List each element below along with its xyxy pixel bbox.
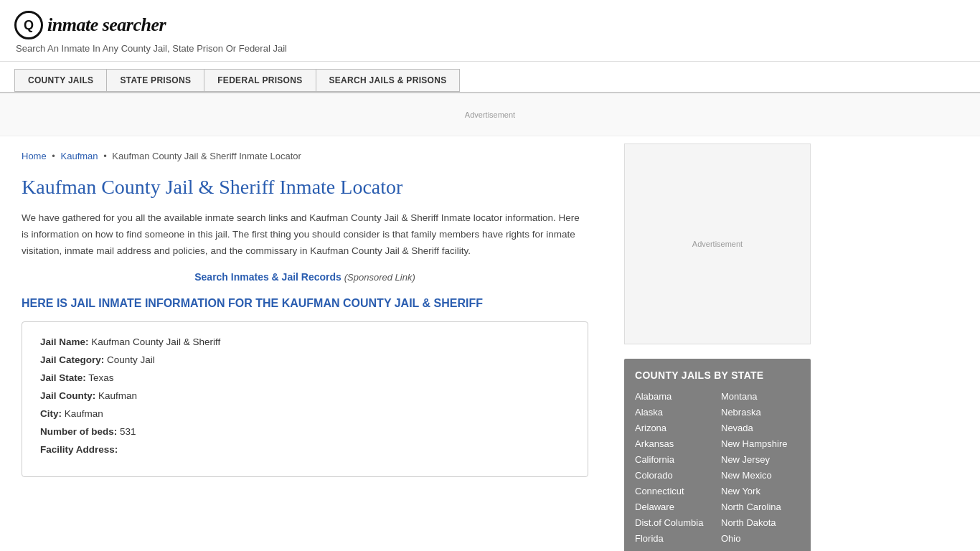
info-card: Jail Name: Kaufman County Jail & Sheriff… bbox=[22, 321, 588, 477]
nav-bar: COUNTY JAILS STATE PRISONS FEDERAL PRISO… bbox=[0, 62, 980, 93]
tagline: Search An Inmate In Any County Jail, Sta… bbox=[16, 43, 966, 54]
top-ad-banner: Advertisement bbox=[0, 93, 980, 136]
state-link-new-jersey[interactable]: New Jersey bbox=[721, 453, 800, 466]
label-jail-name: Jail Name: bbox=[40, 336, 89, 347]
nav-county-jails[interactable]: COUNTY JAILS bbox=[14, 69, 106, 92]
label-address: Facility Address: bbox=[40, 444, 118, 455]
state-link-georgia[interactable]: Georgia bbox=[635, 547, 714, 551]
value-beds: 531 bbox=[120, 426, 136, 437]
logo-area: Q inmate searcher bbox=[14, 11, 966, 39]
sidebar-ad: Advertisement bbox=[624, 143, 811, 344]
value-city: Kaufman bbox=[65, 408, 103, 419]
header: Q inmate searcher Search An Inmate In An… bbox=[0, 0, 980, 62]
breadcrumb-parent[interactable]: Kaufman bbox=[61, 151, 98, 161]
state-link-new-york[interactable]: New York bbox=[721, 484, 800, 498]
sidebar: Advertisement COUNTY JAILS BY STATE Alab… bbox=[610, 136, 825, 551]
logo-icon: Q bbox=[14, 11, 43, 39]
page-description: We have gathered for you all the availab… bbox=[22, 210, 588, 260]
nav-state-prisons[interactable]: STATE PRISONS bbox=[106, 69, 204, 92]
breadcrumb: Home • Kaufman • Kaufman County Jail & S… bbox=[22, 151, 588, 161]
state-link-california[interactable]: California bbox=[635, 453, 714, 466]
state-link-nevada[interactable]: Nevada bbox=[721, 421, 800, 435]
state-link-montana[interactable]: Montana bbox=[721, 390, 800, 403]
value-jail-county: Kaufman bbox=[98, 390, 137, 401]
label-jail-county: Jail County: bbox=[40, 390, 95, 401]
state-link-new-mexico[interactable]: New Mexico bbox=[721, 468, 800, 482]
value-jail-name: Kaufman County Jail & Sheriff bbox=[91, 336, 220, 347]
state-box: COUNTY JAILS BY STATE AlabamaAlaskaArizo… bbox=[624, 359, 811, 551]
value-jail-category: County Jail bbox=[107, 354, 155, 365]
breadcrumb-home[interactable]: Home bbox=[22, 151, 47, 161]
info-row-jail-name: Jail Name: Kaufman County Jail & Sheriff bbox=[40, 336, 570, 347]
breadcrumb-sep2: • bbox=[103, 151, 107, 161]
top-ad-label: Advertisement bbox=[465, 110, 515, 119]
state-link-arizona[interactable]: Arizona bbox=[635, 421, 714, 435]
state-link-new-hampshire[interactable]: New Hampshire bbox=[721, 437, 800, 451]
state-col-right: MontanaNebraskaNevadaNew HampshireNew Je… bbox=[721, 390, 800, 551]
state-col-left: AlabamaAlaskaArizonaArkansasCaliforniaCo… bbox=[635, 390, 714, 551]
page-title: Kaufman County Jail & Sheriff Inmate Loc… bbox=[22, 176, 588, 199]
state-box-title: COUNTY JAILS BY STATE bbox=[635, 369, 800, 381]
state-link-north-carolina[interactable]: North Carolina bbox=[721, 500, 800, 514]
info-row-jail-category: Jail Category: County Jail bbox=[40, 354, 570, 365]
main-layout: Home • Kaufman • Kaufman County Jail & S… bbox=[0, 136, 980, 551]
state-link-north-dakota[interactable]: North Dakota bbox=[721, 516, 800, 529]
info-row-jail-county: Jail County: Kaufman bbox=[40, 390, 570, 401]
state-columns: AlabamaAlaskaArizonaArkansasCaliforniaCo… bbox=[635, 390, 800, 551]
info-row-city: City: Kaufman bbox=[40, 408, 570, 419]
logo-text: inmate searcher bbox=[47, 14, 166, 36]
state-link-ohio[interactable]: Ohio bbox=[721, 532, 800, 545]
breadcrumb-sep1: • bbox=[52, 151, 55, 161]
state-link-oklahoma[interactable]: Oklahoma bbox=[721, 547, 800, 551]
label-beds: Number of beds: bbox=[40, 426, 117, 437]
breadcrumb-current: Kaufman County Jail & Sheriff Inmate Loc… bbox=[112, 151, 301, 161]
section-heading: HERE IS JAIL INMATE INFORMATION FOR THE … bbox=[22, 297, 588, 310]
state-link-florida[interactable]: Florida bbox=[635, 532, 714, 545]
content-area: Home • Kaufman • Kaufman County Jail & S… bbox=[0, 136, 610, 551]
info-row-address: Facility Address: bbox=[40, 444, 570, 455]
state-link-dist-of-columbia[interactable]: Dist.of Columbia bbox=[635, 516, 714, 529]
state-link-colorado[interactable]: Colorado bbox=[635, 468, 714, 482]
sponsored-link[interactable]: Search Inmates & Jail Records bbox=[194, 271, 341, 283]
logo-text-inmate: inmate bbox=[47, 14, 98, 35]
label-jail-state: Jail State: bbox=[40, 372, 86, 383]
nav-search-jails[interactable]: SEARCH JAILS & PRISONS bbox=[316, 69, 461, 92]
label-jail-category: Jail Category: bbox=[40, 354, 104, 365]
state-link-arkansas[interactable]: Arkansas bbox=[635, 437, 714, 451]
sponsored-link-area: Search Inmates & Jail Records (Sponsored… bbox=[22, 271, 588, 283]
nav-federal-prisons[interactable]: FEDERAL PRISONS bbox=[204, 69, 315, 92]
state-link-delaware[interactable]: Delaware bbox=[635, 500, 714, 514]
state-link-nebraska[interactable]: Nebraska bbox=[721, 405, 800, 419]
info-row-beds: Number of beds: 531 bbox=[40, 426, 570, 437]
state-link-alabama[interactable]: Alabama bbox=[635, 390, 714, 403]
sponsored-text: (Sponsored Link) bbox=[344, 272, 415, 283]
sidebar-ad-label: Advertisement bbox=[692, 240, 743, 248]
logo-text-searcher: searcher bbox=[103, 14, 166, 35]
state-link-alaska[interactable]: Alaska bbox=[635, 405, 714, 419]
label-city: City: bbox=[40, 408, 62, 419]
value-jail-state: Texas bbox=[88, 372, 113, 383]
state-link-connecticut[interactable]: Connecticut bbox=[635, 484, 714, 498]
info-row-jail-state: Jail State: Texas bbox=[40, 372, 570, 383]
